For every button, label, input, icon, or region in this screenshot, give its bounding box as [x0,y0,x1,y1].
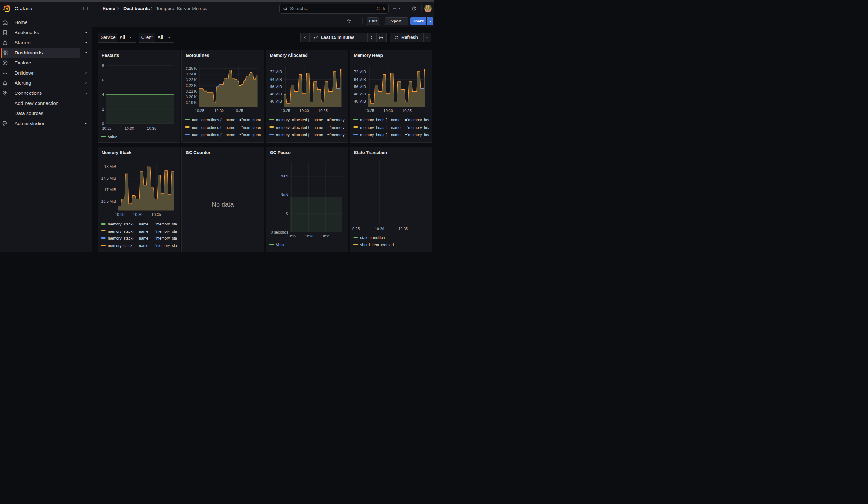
svg-text:0:25: 0:25 [352,227,360,231]
svg-text:3.25 K: 3.25 K [186,66,197,71]
svg-text:6: 6 [102,78,104,82]
svg-text:10:25: 10:25 [195,109,204,113]
svg-text:0: 0 [286,211,288,216]
svg-text:56 MiB: 56 MiB [354,85,366,89]
svg-text:10:35: 10:35 [234,109,244,113]
svg-text:4: 4 [102,93,104,97]
svg-text:3.22 K: 3.22 K [186,83,197,88]
svg-text:10:25: 10:25 [281,109,290,113]
svg-text:10:35: 10:35 [321,234,330,238]
svg-text:17.5 MiB: 17.5 MiB [101,176,116,181]
svg-text:48 MiB: 48 MiB [270,92,281,96]
svg-text:10:25: 10:25 [102,126,111,131]
svg-text:3.24 K: 3.24 K [186,72,197,76]
svg-text:10:30: 10:30 [124,126,134,131]
svg-text:10:25: 10:25 [115,213,124,217]
svg-text:10:25: 10:25 [365,109,374,113]
svg-text:56 MiB: 56 MiB [270,85,281,89]
svg-text:48 MiB: 48 MiB [354,92,366,96]
svg-text:3.21 K: 3.21 K [186,89,197,93]
svg-text:10:30: 10:30 [300,109,309,113]
svg-text:10:35: 10:35 [402,109,412,113]
svg-text:10:35: 10:35 [147,126,156,131]
svg-text:3.20 K: 3.20 K [186,95,197,99]
svg-text:8: 8 [102,63,104,68]
svg-text:3.19 K: 3.19 K [186,101,197,105]
svg-text:10:30: 10:30 [375,227,384,231]
svg-text:18 MiB: 18 MiB [104,165,116,169]
svg-text:64 MiB: 64 MiB [354,78,366,82]
svg-text:3.23 K: 3.23 K [186,78,197,82]
svg-text:40 MiB: 40 MiB [270,99,281,104]
svg-text:0: 0 [102,122,104,126]
svg-text:10:30: 10:30 [214,109,224,113]
svg-text:0 seconds: 0 seconds [271,230,288,235]
svg-text:10:30: 10:30 [383,109,393,113]
svg-text:72 MiB: 72 MiB [354,70,366,74]
svg-text:10:35: 10:35 [152,213,161,217]
svg-text:10:25: 10:25 [287,234,296,238]
svg-text:10:35: 10:35 [318,109,328,113]
svg-text:16.5 MiB: 16.5 MiB [101,199,116,204]
svg-text:2: 2 [102,107,104,112]
svg-text:64 MiB: 64 MiB [270,78,281,82]
svg-text:10:30: 10:30 [304,234,313,238]
svg-text:17 MiB: 17 MiB [104,187,116,192]
svg-text:NaN: NaN [281,193,288,197]
svg-text:10:30: 10:30 [133,213,142,217]
svg-text:72 MiB: 72 MiB [270,70,281,74]
svg-text:40 MiB: 40 MiB [354,99,366,104]
svg-text:10:35: 10:35 [398,227,408,231]
svg-text:NaN: NaN [281,174,288,178]
